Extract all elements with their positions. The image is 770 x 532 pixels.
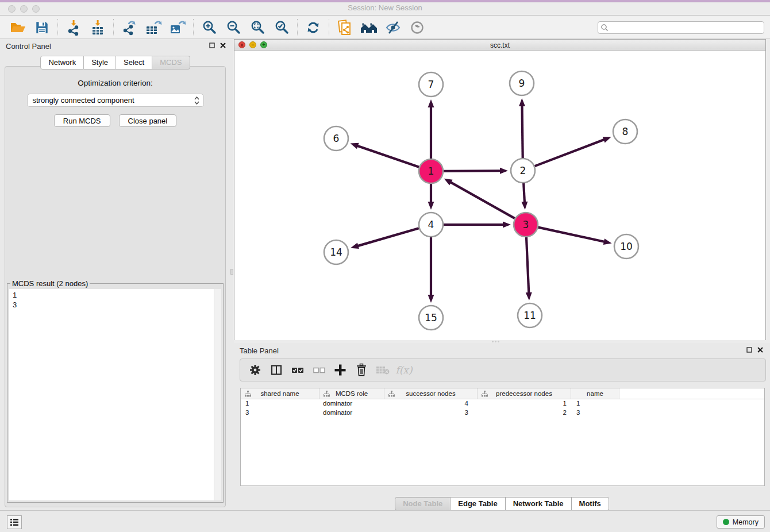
edge-1-2[interactable]: [444, 171, 501, 171]
splitter-grip[interactable]: [230, 269, 233, 275]
edge-1-6[interactable]: [357, 145, 419, 167]
edge-3-10[interactable]: [538, 228, 605, 242]
zoom-fit-icon[interactable]: [245, 18, 270, 37]
export-image-icon[interactable]: [165, 18, 190, 37]
toolbar-search: [598, 21, 764, 34]
toolbar-separator: [57, 19, 58, 36]
table-toolbar: f(x): [240, 358, 766, 381]
show-all-icon[interactable]: [405, 18, 429, 37]
close-panel-button[interactable]: Close panel: [119, 114, 177, 127]
edge-arrowhead: [428, 99, 434, 107]
main-toolbar: [0, 16, 770, 39]
table-cell[interactable]: 3: [571, 408, 619, 418]
list-icon: [10, 518, 19, 526]
close-panel-icon[interactable]: [220, 43, 226, 48]
table-cell[interactable]: 2: [478, 408, 571, 418]
table-row[interactable]: 1dominator411: [241, 399, 764, 408]
control-tab-style[interactable]: Style: [84, 56, 116, 70]
new-network-from-selection-icon[interactable]: [333, 18, 357, 37]
column-header-name[interactable]: name: [571, 388, 619, 399]
control-tab-network[interactable]: Network: [40, 56, 84, 70]
table-cell[interactable]: 3: [384, 408, 478, 418]
first-neighbors-icon[interactable]: [357, 18, 381, 37]
hide-selected-icon[interactable]: [381, 18, 405, 37]
table-cell[interactable]: 1: [478, 399, 571, 408]
network-canvas[interactable]: 1234678910111415: [234, 51, 765, 340]
zoom-in-icon[interactable]: [197, 18, 221, 37]
table-tab-network-table[interactable]: Network Table: [506, 497, 572, 511]
edge-2-3[interactable]: [523, 183, 525, 203]
select-all-icon[interactable]: [290, 362, 306, 378]
export-table-icon[interactable]: [141, 18, 165, 37]
table-row[interactable]: 3dominator323: [241, 408, 764, 418]
table-header-row: shared nameMCDS rolesuccessor nodesprede…: [241, 388, 764, 399]
network-graph[interactable]: 1234678910111415: [234, 51, 765, 340]
edge-4-14[interactable]: [357, 228, 418, 246]
save-session-icon[interactable]: [30, 18, 54, 37]
mcds-result-scrollbar[interactable]: [214, 289, 221, 500]
table-settings-gear-icon[interactable]: [247, 362, 263, 378]
memory-button[interactable]: Memory: [717, 515, 765, 529]
node-label-7: 7: [428, 79, 434, 90]
mcds-result-line: 1: [13, 290, 221, 300]
network-window-titlebar[interactable]: x − + scc.txt: [234, 40, 765, 51]
create-column-plus-icon[interactable]: [332, 362, 348, 378]
import-network-icon[interactable]: [61, 18, 86, 37]
task-history-button[interactable]: [7, 515, 22, 529]
edge-3-1[interactable]: [450, 182, 515, 219]
search-input[interactable]: [598, 21, 764, 34]
toolbar-separator: [297, 19, 298, 36]
table-body: 1dominator4113dominator323: [241, 399, 764, 418]
edge-arrowhead: [503, 222, 511, 228]
node-label-2: 2: [520, 165, 526, 176]
window-title: Session: New Session: [0, 3, 770, 12]
node-label-9: 9: [519, 78, 525, 89]
open-file-icon[interactable]: [6, 18, 30, 37]
edge-2-9[interactable]: [522, 105, 523, 158]
edge-arrowhead: [521, 202, 528, 210]
edge-3-11[interactable]: [526, 237, 529, 294]
horizontal-splitter-grip[interactable]: [491, 340, 499, 342]
toolbar-separator: [193, 19, 194, 36]
edge-arrowhead: [603, 238, 612, 245]
run-mcds-button[interactable]: Run MCDS: [54, 114, 110, 127]
network-window-title: scc.txt: [234, 41, 765, 49]
column-header-predecessor-nodes[interactable]: predecessor nodes: [478, 388, 571, 399]
window-top-strip: [0, 0, 770, 2]
deselect-all-icon[interactable]: [311, 362, 327, 378]
apply-layout-icon[interactable]: [301, 18, 325, 37]
table-cell[interactable]: dominator: [319, 399, 384, 408]
table-cell[interactable]: 4: [384, 399, 478, 408]
toolbar-separator: [113, 19, 114, 36]
table-cell[interactable]: 1: [241, 399, 319, 408]
control-panel: Control Panel NetworkStyleSelectMCDS Opt…: [0, 39, 230, 510]
column-header-MCDS-role[interactable]: MCDS role: [319, 388, 384, 399]
column-header-successor-nodes[interactable]: successor nodes: [384, 388, 478, 399]
zoom-out-icon[interactable]: [221, 18, 245, 37]
edge-2-8[interactable]: [535, 140, 605, 167]
import-table-icon[interactable]: [86, 18, 110, 37]
table-cell[interactable]: dominator: [319, 408, 384, 418]
table-cell[interactable]: 3: [241, 408, 319, 418]
control-tab-select[interactable]: Select: [116, 56, 152, 70]
edge-arrowhead: [428, 202, 434, 210]
edge-arrowhead: [519, 98, 525, 106]
mcds-result-box[interactable]: 13: [9, 289, 221, 500]
export-network-icon[interactable]: [117, 18, 141, 37]
float-panel-icon[interactable]: [746, 347, 752, 353]
table-tab-motifs[interactable]: Motifs: [572, 497, 609, 511]
table-tab-edge-table[interactable]: Edge Table: [451, 497, 505, 511]
show-column-icon[interactable]: [268, 362, 284, 378]
criterion-select[interactable]: strongly connected component: [27, 94, 204, 107]
statusbar: Memory: [0, 510, 770, 532]
column-header-shared-name[interactable]: shared name: [241, 388, 319, 399]
delete-column-trash-icon[interactable]: [353, 362, 369, 378]
close-panel-icon[interactable]: [757, 347, 763, 353]
table-cell[interactable]: 1: [571, 399, 619, 408]
zoom-selected-icon[interactable]: [270, 18, 294, 37]
control-tab-mcds[interactable]: MCDS: [152, 56, 190, 70]
node-label-15: 15: [425, 312, 437, 323]
table-tab-node-table[interactable]: Node Table: [395, 497, 451, 511]
float-panel-icon[interactable]: [209, 43, 215, 48]
select-chevrons-icon: [194, 96, 200, 105]
